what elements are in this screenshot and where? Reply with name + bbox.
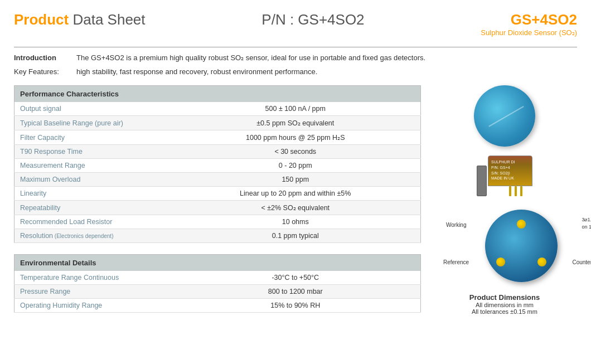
sensor-pins [498, 186, 522, 196]
performance-row: Typical Baseline Range (pure air)±0.5 pp… [14, 116, 421, 130]
performance-row: Resolution (Electronics dependent)0.1 pp… [14, 229, 421, 243]
environmental-row: Operating Humidity Range15% to 90% RH [14, 299, 421, 313]
sensor-top-line [488, 106, 524, 127]
brand-subtitle: Sulphur Dioxide Sensor (SO₂) [481, 28, 577, 37]
intro-description-row: Introduction The GS+4SO2 is a premium hi… [14, 52, 577, 64]
performance-row-value: 1000 ppm hours @ 25 ppm H₂S [171, 130, 421, 145]
intro-text: The GS+4SO2 is a premium high quality ro… [76, 54, 425, 62]
working-label: Working [446, 222, 467, 228]
environmental-row-value: 800 to 1200 mbar [171, 285, 421, 299]
part-number: P/N : GS+4SO2 [146, 11, 481, 28]
brand-name: GS+4SO2 [481, 11, 577, 28]
performance-row-label: Recommended Load Resistor [14, 215, 171, 229]
title-bold: Product [14, 11, 69, 28]
intro-features-row: Key Features: high stability, fast respo… [14, 66, 577, 77]
environmental-row-value: -30°C to +50°C [171, 271, 421, 285]
performance-row: Filter Capacity1000 ppm hours @ 25 ppm H… [14, 130, 421, 145]
performance-row: T90 Response Time< 30 seconds [14, 145, 421, 159]
performance-row-label: Linearity [14, 187, 171, 201]
sensor-side-wrapper: SULPHUR DI P/N: GS+4 S/N: SO2(i MADE IN … [477, 151, 532, 196]
environmental-table: Environmental Details Temperature Range … [14, 254, 421, 313]
pin-reference [496, 258, 505, 266]
dimensions-title: Product Dimensions [469, 293, 540, 302]
performance-row-label: Repeatability [14, 201, 171, 215]
performance-row-value: 150 ppm [171, 173, 421, 187]
reference-label: Reference [443, 259, 469, 265]
right-column: SULPHUR DI P/N: GS+4 S/N: SO2(i MADE IN … [432, 85, 577, 324]
counter-label: Counter [572, 259, 591, 265]
introduction-section: Introduction The GS+4SO2 is a premium hi… [14, 47, 577, 77]
performance-header: Performance Characteristics [14, 86, 421, 103]
features-label: Key Features: [14, 67, 70, 76]
environmental-header: Environmental Details [14, 255, 421, 271]
sensor-top-view [474, 85, 535, 147]
page-header: Product Data Sheet P/N : GS+4SO2 GS+4SO2… [14, 11, 577, 37]
performance-row: Measurement Range0 - 20 ppm [14, 159, 421, 173]
environmental-row-value: 15% to 90% RH [171, 299, 421, 313]
sensor-side-body: SULPHUR DI P/N: GS+4 S/N: SO2(i MADE IN … [488, 156, 532, 186]
features-text: high stability, fast response and recove… [76, 67, 317, 76]
environmental-row-label: Temperature Range Continuous [14, 271, 171, 285]
sensor-label-line4: MADE IN UK [491, 176, 530, 181]
sensor-side-assembly: SULPHUR DI P/N: GS+4 S/N: SO2(i MADE IN … [477, 156, 532, 196]
sensor-label-line3: S/N: SO2(i [491, 171, 530, 176]
pins-line1: 3⌀1.55 pins [582, 216, 591, 224]
sensor-side-label: SULPHUR DI P/N: GS+4 S/N: SO2(i MADE IN … [491, 159, 530, 181]
performance-row-value: < 30 seconds [171, 145, 421, 159]
dimensions-section: Product Dimensions All dimensions in mm … [469, 293, 540, 315]
performance-row-value: Linear up to 20 ppm and within ±5% [171, 187, 421, 201]
environmental-row-label: Pressure Range [14, 285, 171, 299]
main-layout: Performance Characteristics Output signa… [14, 85, 577, 324]
product-images: SULPHUR DI P/N: GS+4 S/N: SO2(i MADE IN … [432, 85, 577, 315]
dimensions-line1: All dimensions in mm [469, 302, 540, 308]
environmental-row: Pressure Range800 to 1200 mbar [14, 285, 421, 299]
brand-block: GS+4SO2 Sulphur Dioxide Sensor (SO₂) [481, 11, 577, 37]
performance-row-value: 0.1 ppm typical [171, 229, 421, 243]
performance-row-label: Resolution (Electronics dependent) [14, 229, 171, 243]
performance-row-label: Filter Capacity [14, 130, 171, 145]
performance-row: Output signal500 ± 100 nA / ppm [14, 102, 421, 116]
sensor-pin-1 [509, 186, 511, 196]
performance-row-label: Maximum Overload [14, 173, 171, 187]
sensor-bottom-view [485, 210, 558, 282]
performance-row-label: Output signal [14, 102, 171, 116]
intro-label: Introduction [14, 54, 70, 62]
left-column: Performance Characteristics Output signa… [14, 85, 421, 324]
pins-line2: on 13.5 PCD [582, 224, 591, 231]
performance-row-value: ±0.5 ppm SO₂ equivalent [171, 116, 421, 130]
performance-row-value: 0 - 20 ppm [171, 159, 421, 173]
title-rest: Data Sheet [69, 11, 145, 28]
sensor-pin-2 [515, 186, 517, 196]
sensor-bottom-assembly: Working Reference Counter 3⌀1.55 pins on… [485, 210, 558, 282]
environmental-row: Temperature Range Continuous-30°C to +50… [14, 271, 421, 285]
performance-row-value: 500 ± 100 nA / ppm [171, 102, 421, 116]
sensor-label-line1: SULPHUR DI [491, 159, 530, 165]
performance-table: Performance Characteristics Output signa… [14, 85, 421, 243]
performance-row: LinearityLinear up to 20 ppm and within … [14, 187, 421, 201]
pin-working [517, 220, 526, 229]
performance-row-label: Measurement Range [14, 159, 171, 173]
pin-counter [537, 258, 546, 266]
sensor-side-disc [477, 166, 487, 196]
performance-row: Repeatability< ±2% SO₂ equivalent [14, 201, 421, 215]
dimensions-line2: All tolerances ±0.15 mm [469, 308, 540, 315]
pins-label: 3⌀1.55 pins on 13.5 PCD [582, 216, 591, 230]
performance-row-label: T90 Response Time [14, 145, 171, 159]
environmental-row-label: Operating Humidity Range [14, 299, 171, 313]
page-title: Product Data Sheet [14, 11, 146, 28]
performance-row-value: < ±2% SO₂ equivalent [171, 201, 421, 215]
sensor-label-line2: P/N: GS+4 [491, 165, 530, 171]
performance-row: Maximum Overload150 ppm [14, 173, 421, 187]
sensor-pin-3 [520, 186, 522, 196]
sensor-side-body-wrap: SULPHUR DI P/N: GS+4 S/N: SO2(i MADE IN … [488, 156, 532, 196]
performance-row: Recommended Load Resistor10 ohms [14, 215, 421, 229]
performance-row-label: Typical Baseline Range (pure air) [14, 116, 171, 130]
performance-row-note: (Electronics dependent) [53, 233, 113, 239]
performance-row-value: 10 ohms [171, 215, 421, 229]
